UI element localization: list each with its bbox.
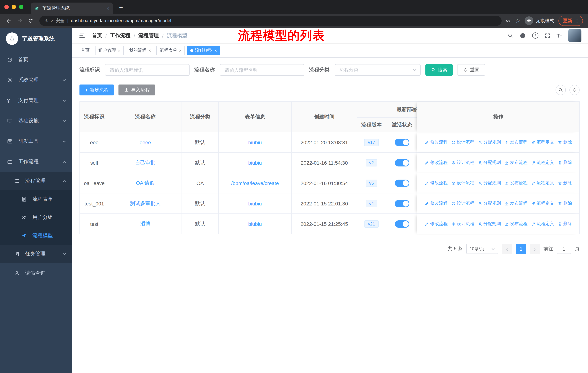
breadcrumb-process-management[interactable]: 流程管理 [138,32,159,39]
sidebar-item-home[interactable]: 首页 [0,50,72,70]
window-zoom-button[interactable] [19,5,23,9]
action-delete[interactable]: 删除 [558,180,572,186]
refresh-button[interactable] [569,85,580,95]
toggle-search-button[interactable] [556,85,566,95]
action-process-definition[interactable]: 流程定义 [531,200,554,207]
sidebar-item-workflow[interactable]: 工作流程 [0,151,72,172]
form-info-link[interactable]: biubiu [248,160,262,166]
browser-tab[interactable]: 芋道管理系统 × [31,2,113,14]
action-delete[interactable]: 删除 [558,200,572,207]
browser-menu-icon[interactable]: ⋮ [575,18,580,24]
action-edit-process[interactable]: 修改流程 [425,160,448,166]
action-edit-process[interactable]: 修改流程 [425,139,448,145]
tag-home[interactable]: 首页 [78,46,93,55]
sidebar-collapse-button[interactable] [72,28,92,43]
version-tag[interactable]: v5 [366,179,377,187]
address-bar[interactable]: ⚠ 不安全 | dashboard.yudao.iocoder.cn/bpm/m… [39,16,501,26]
version-tag[interactable]: v4 [366,200,377,207]
reload-button[interactable] [26,16,36,26]
page-size-select[interactable]: 10条/页 [466,244,498,254]
search-icon[interactable] [507,33,513,39]
action-process-definition[interactable]: 流程定义 [531,180,554,186]
active-toggle[interactable] [395,179,409,187]
breadcrumb-home[interactable]: 首页 [92,32,102,39]
action-delete[interactable]: 删除 [558,221,572,227]
sidebar-item-infrastructure[interactable]: 基础设施 [0,111,72,131]
process-id-input[interactable] [105,64,189,76]
action-design-process[interactable]: 设计流程 [451,160,474,166]
version-tag[interactable]: v21 [364,220,379,227]
process-name-link[interactable]: 测试多审批人 [130,200,161,207]
browser-update-button[interactable]: 更新 ⋮ [558,16,583,26]
form-info-link[interactable]: biubiu [248,139,262,145]
window-minimize-button[interactable] [12,5,16,9]
bookmark-star-icon[interactable]: ☆ [515,18,520,24]
sidebar-item-devtools[interactable]: 研发工具 [0,131,72,151]
tag-tenant[interactable]: 租户管理 × [95,46,124,55]
process-name-link[interactable]: 自己审批 [135,159,156,166]
action-delete[interactable]: 删除 [558,139,572,145]
close-icon[interactable]: × [148,48,151,53]
sidebar-item-process-form[interactable]: 流程表单 [0,190,72,208]
sidebar-item-system[interactable]: 系统管理 [0,70,72,90]
action-process-definition[interactable]: 流程定义 [531,221,554,227]
action-design-process[interactable]: 设计流程 [451,180,474,186]
page-number-1[interactable]: 1 [516,244,526,254]
category-select[interactable]: 流程分类 [335,64,421,76]
sidebar-item-task-management[interactable]: 任务管理 [0,245,72,263]
action-publish-process[interactable]: 发布流程 [504,139,527,145]
action-assign-rule[interactable]: 分配规则 [478,180,501,186]
action-assign-rule[interactable]: 分配规则 [478,139,501,145]
action-publish-process[interactable]: 发布流程 [504,221,527,227]
sidebar-item-leave-query[interactable]: 请假查询 [0,263,72,283]
active-toggle[interactable] [395,159,409,166]
tag-process-model[interactable]: 流程模型 × [187,46,220,55]
sidebar-item-user-group[interactable]: 用户分组 [0,208,72,227]
action-design-process[interactable]: 设计流程 [451,200,474,207]
action-edit-process[interactable]: 修改流程 [425,221,448,227]
action-publish-process[interactable]: 发布流程 [504,160,527,166]
active-toggle[interactable] [395,200,409,207]
goto-page-input[interactable] [557,244,571,254]
new-tab-button[interactable]: + [116,2,126,13]
tab-close-icon[interactable]: × [106,5,109,11]
github-icon[interactable] [519,32,526,39]
action-assign-rule[interactable]: 分配规则 [478,221,501,227]
fullscreen-icon[interactable] [545,33,550,39]
action-process-definition[interactable]: 流程定义 [531,160,554,166]
process-name-input[interactable] [220,64,304,76]
form-info-link[interactable]: biubiu [248,221,262,227]
user-avatar[interactable] [568,29,581,42]
tag-process-form[interactable]: 流程表单 × [156,46,185,55]
breadcrumb-workflow[interactable]: 工作流程 [110,32,130,39]
prev-page-button[interactable]: ‹ [502,244,512,254]
import-process-button[interactable]: 导入流程 [118,84,155,95]
font-size-icon[interactable]: TT [556,33,562,38]
tag-my-process[interactable]: 我的流程 × [126,46,154,55]
close-icon[interactable]: × [118,48,120,53]
next-page-button[interactable]: › [530,244,540,254]
version-tag[interactable]: v2 [366,159,377,166]
process-name-link[interactable]: eeee [140,139,151,145]
key-icon[interactable] [505,18,511,24]
forward-button[interactable] [15,16,25,26]
help-icon[interactable]: ? [532,32,538,39]
create-process-button[interactable]: + 新建流程 [79,84,114,95]
process-name-link[interactable]: 滔博 [140,221,150,227]
action-edit-process[interactable]: 修改流程 [425,180,448,186]
action-delete[interactable]: 删除 [558,160,572,166]
action-design-process[interactable]: 设计流程 [451,139,474,145]
window-close-button[interactable] [4,5,9,9]
action-assign-rule[interactable]: 分配规则 [478,160,501,166]
active-toggle[interactable] [395,220,409,227]
search-button[interactable]: 搜索 [425,64,453,76]
action-process-definition[interactable]: 流程定义 [531,139,554,145]
action-publish-process[interactable]: 发布流程 [504,180,527,186]
close-icon[interactable]: × [214,48,217,53]
active-toggle[interactable] [395,139,409,146]
form-info-link[interactable]: /bpm/oa/leave/create [231,180,279,186]
action-assign-rule[interactable]: 分配规则 [478,200,501,207]
action-publish-process[interactable]: 发布流程 [504,200,527,207]
sidebar-item-payment[interactable]: ¥ 支付管理 [0,90,72,111]
action-design-process[interactable]: 设计流程 [451,221,474,227]
